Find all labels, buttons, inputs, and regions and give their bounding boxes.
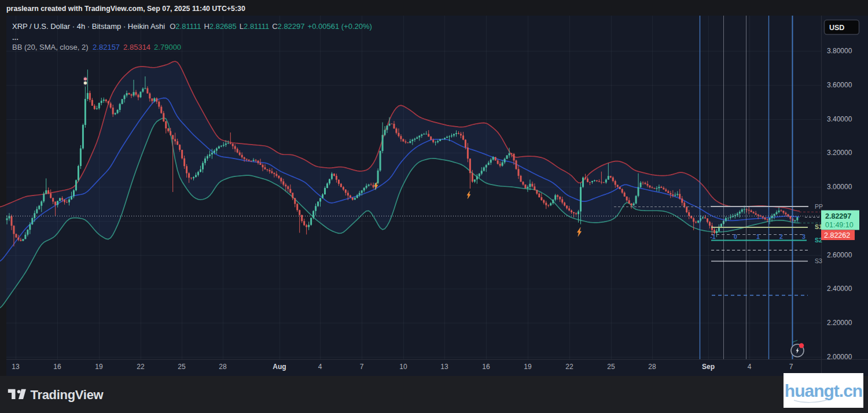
svg-text:13: 13 — [440, 363, 448, 371]
svg-text:2.82297: 2.82297 — [825, 212, 851, 220]
svg-text:3: 3 — [802, 233, 806, 240]
svg-text:0: 0 — [734, 233, 737, 240]
svg-text:2: 2 — [779, 233, 783, 240]
svg-text:...: ... — [12, 33, 19, 42]
svg-text:01:49:10: 01:49:10 — [825, 221, 854, 229]
svg-text:USD: USD — [829, 24, 844, 32]
svg-text:praslearn created with Trading: praslearn created with TradingView.com, … — [6, 5, 245, 13]
svg-text:BB (20, SMA, close, 2) 2.82157: BB (20, SMA, close, 2) 2.821572.853142.7… — [12, 43, 181, 51]
svg-text:25: 25 — [607, 363, 615, 371]
svg-text:3.20000: 3.20000 — [827, 149, 852, 157]
svg-text:S3: S3 — [815, 257, 822, 264]
svg-text:25: 25 — [178, 363, 186, 371]
svg-text:10: 10 — [399, 363, 407, 371]
svg-text:28: 28 — [648, 363, 656, 371]
svg-text:PP: PP — [815, 203, 823, 210]
svg-text:2.82262: 2.82262 — [824, 231, 850, 239]
svg-text:2.20000: 2.20000 — [827, 319, 852, 327]
svg-text:4: 4 — [748, 363, 752, 371]
svg-text:-1: -1 — [710, 233, 715, 240]
svg-text:22: 22 — [565, 363, 573, 371]
svg-text:19: 19 — [524, 363, 532, 371]
svg-text:22: 22 — [137, 363, 145, 371]
svg-text:2.00000: 2.00000 — [827, 353, 852, 361]
svg-text:Aug: Aug — [273, 363, 286, 371]
svg-text:7: 7 — [360, 363, 364, 371]
svg-text:16: 16 — [482, 363, 490, 371]
svg-text:7: 7 — [789, 363, 793, 371]
svg-text:3.00000: 3.00000 — [827, 183, 852, 191]
svg-text:3.80000: 3.80000 — [827, 47, 852, 55]
svg-text:13: 13 — [12, 363, 20, 371]
svg-text:huangt.cn: huangt.cn — [785, 381, 862, 400]
svg-text:1: 1 — [756, 233, 760, 240]
svg-text:16: 16 — [53, 363, 61, 371]
svg-text:4: 4 — [318, 363, 322, 371]
svg-text:Sep: Sep — [702, 363, 715, 371]
svg-text:3.40000: 3.40000 — [827, 115, 852, 123]
svg-text:19: 19 — [95, 363, 103, 371]
svg-text:TradingView: TradingView — [31, 388, 104, 402]
svg-text:28: 28 — [219, 363, 227, 371]
svg-text:XRP / U.S. Dollar · 4h · Bitst: XRP / U.S. Dollar · 4h · Bitstamp · Heik… — [12, 22, 372, 31]
svg-text:2.60000: 2.60000 — [827, 251, 852, 259]
svg-text:2.40000: 2.40000 — [827, 285, 852, 293]
svg-text:3.60000: 3.60000 — [827, 81, 852, 89]
